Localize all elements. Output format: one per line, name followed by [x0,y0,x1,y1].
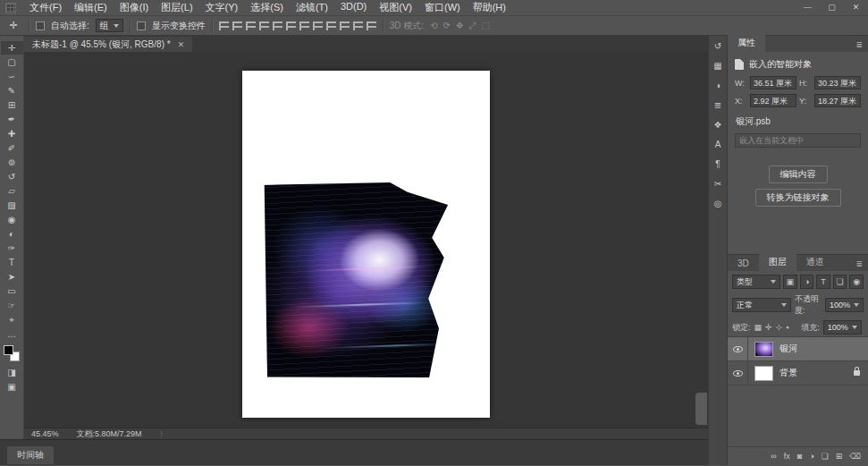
foreground-color-swatch[interactable] [4,345,13,355]
screen-mode-icon[interactable]: ▣ [1,380,23,394]
auto-select-checkbox[interactable] [36,21,45,30]
libraries-icon[interactable]: ≣ [714,101,721,110]
menu-view[interactable]: 视图(V) [373,0,418,15]
move-icon[interactable]: ✛ [1,41,23,55]
lock-position-icon[interactable]: ⊹ [776,323,783,332]
align-top-edges-icon[interactable] [259,21,269,30]
x-field[interactable]: 2.92 厘米 [750,94,796,107]
layer-name[interactable]: 背景 [780,367,797,379]
align-h-centers-icon[interactable] [232,21,242,30]
zoom-icon[interactable]: ⌖ [1,313,23,326]
y-field[interactable]: 18.27 厘米 [814,94,861,107]
clone-source-icon[interactable]: ◎ [714,199,722,208]
panel-menu-icon[interactable]: ≣ [855,259,868,271]
blend-mode-dropdown[interactable]: 正常 [732,298,791,312]
tab-properties[interactable]: 属性 [728,34,765,52]
swatches-icon[interactable]: ▦ [713,62,721,71]
maximize-icon[interactable]: ▢ [820,0,844,15]
document-page[interactable] [242,71,490,418]
brush-icon[interactable]: ✐ [1,141,23,155]
quick-selection-icon[interactable]: ✎ [1,84,23,97]
filter-shape-icon[interactable]: ❏ [833,275,847,289]
eraser-icon[interactable]: ▱ [1,184,23,198]
filter-adjustment-icon[interactable]: ◑ [800,275,814,289]
status-chevron-icon[interactable]: 〉 [160,429,167,439]
minimize-icon[interactable]: — [796,0,820,15]
distribute-left-icon[interactable] [340,21,350,30]
opacity-field[interactable]: 100% [825,298,864,312]
link-layers-icon[interactable]: ∞ [771,452,776,461]
paragraph-icon[interactable]: ¶ [715,160,720,169]
layer-effects-icon[interactable]: fx [784,452,790,461]
layer-row-galaxy[interactable]: 银河 [728,337,868,361]
layer-mask-icon[interactable]: ◙ [797,452,802,461]
tab-timeline[interactable]: 时间轴 [7,446,54,464]
gradient-icon[interactable]: ▨ [1,199,23,212]
distribute-top-icon[interactable] [299,21,309,30]
pen-icon[interactable]: ✑ [1,241,23,255]
glyphs-icon[interactable]: ✂ [714,180,721,189]
delete-layer-icon[interactable]: ⌫ [849,452,861,461]
distribute-bottom-icon[interactable] [326,21,336,30]
galaxy-smart-object[interactable] [257,176,454,385]
distribute-right-icon[interactable] [367,21,376,30]
type-icon[interactable]: T [1,256,23,269]
hand-icon[interactable]: ☞ [1,299,23,312]
blur-icon[interactable]: ◉ [1,213,23,226]
align-right-edges-icon[interactable] [246,21,256,30]
menu-window[interactable]: 窗口(W) [418,0,467,15]
new-layer-icon[interactable]: ⊞ [836,452,843,461]
close-icon[interactable]: ✕ [844,0,868,15]
align-bottom-edges-icon[interactable] [286,21,296,30]
lock-transparent-icon[interactable]: ▦ [754,323,763,332]
tab-3d[interactable]: 3D [728,256,759,271]
character-icon[interactable]: A [715,140,721,149]
lasso-icon[interactable]: ∽ [1,70,23,83]
visibility-cell[interactable] [728,337,748,360]
healing-brush-icon[interactable]: ✚ [1,127,23,140]
edit-content-button[interactable]: 编辑内容 [769,165,828,183]
menu-edit[interactable]: 编辑(E) [68,0,114,15]
distribute-h-centers-icon[interactable] [353,21,363,30]
lock-pixels-icon[interactable]: ✛ [765,323,772,332]
history-icon[interactable]: ↺ [714,42,721,51]
dodge-icon[interactable]: ◐ [1,227,23,241]
filter-type-icon[interactable]: T [816,275,830,289]
layer-name[interactable]: 银河 [780,343,797,355]
layer-thumbnail[interactable] [754,366,773,381]
height-field[interactable]: 30.23 厘米 [814,76,861,89]
tab-channels[interactable]: 通道 [796,253,834,271]
adjustment-layer-icon[interactable]: ◑ [809,452,813,461]
panel-menu-icon[interactable]: ≣ [855,40,868,52]
menu-filter[interactable]: 滤镜(T) [290,0,334,15]
menu-select[interactable]: 选择(S) [244,0,290,15]
menu-3d[interactable]: 3D(D) [334,0,373,15]
quick-mask-icon[interactable]: ◨ [1,366,23,379]
edit-toolbar-icon[interactable]: … [1,327,23,341]
align-v-centers-icon[interactable] [273,21,282,30]
path-selection-icon[interactable]: ➤ [1,270,23,284]
filter-smart-icon[interactable]: ◉ [849,275,864,289]
visibility-cell[interactable] [728,361,748,385]
marquee-icon[interactable]: ▢ [1,55,23,69]
show-transform-checkbox[interactable] [137,21,146,30]
filter-pixel-icon[interactable]: ▣ [783,275,797,289]
menu-file[interactable]: 文件(F) [23,0,68,15]
color-swatches[interactable] [4,345,20,361]
align-left-edges-icon[interactable] [219,21,229,30]
filter-kind-dropdown[interactable]: 类型 [732,275,780,289]
layer-row-background[interactable]: 背景 [728,361,868,386]
auto-select-dropdown[interactable]: 组 [96,19,123,32]
tab-close-icon[interactable]: ✕ [178,40,185,49]
menu-help[interactable]: 帮助(H) [467,0,512,15]
fill-field[interactable]: 100% [823,320,862,335]
eyedropper-icon[interactable]: ✒ [1,113,23,126]
layer-group-icon[interactable]: ❏ [822,452,829,461]
menu-type[interactable]: 文字(Y) [199,0,245,15]
width-field[interactable]: 36.51 厘米 [750,76,796,89]
canvas[interactable] [24,52,708,428]
crop-icon[interactable]: ⊞ [1,98,23,112]
styles-icon[interactable]: ❖ [714,121,722,130]
tab-layers[interactable]: 图层 [759,253,796,271]
dock-grip[interactable] [695,393,707,425]
